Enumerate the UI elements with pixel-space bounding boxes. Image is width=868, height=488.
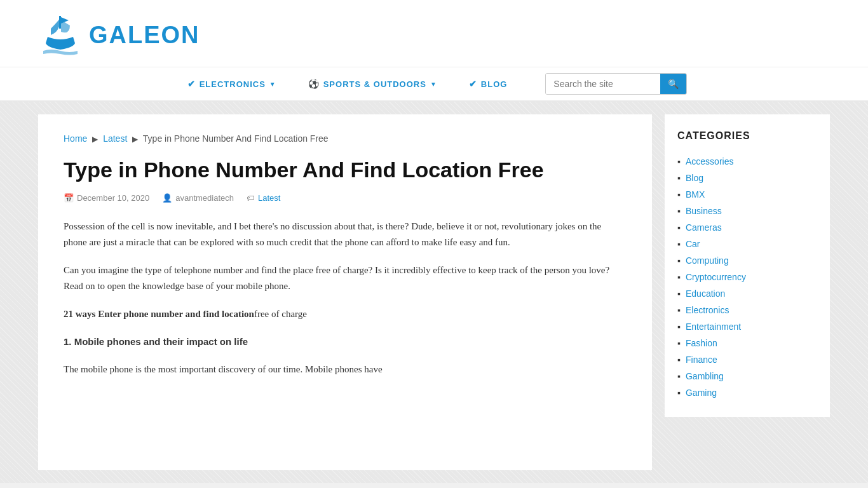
main-nav: ✔ ELECTRONICS ▼ ⚽ SPORTS & OUTDOORS ▼ ✔ … [0,67,868,102]
nav-electronics[interactable]: ✔ ELECTRONICS ▼ [181,67,283,100]
article-date: December 10, 2020 [77,193,149,203]
category-link[interactable]: BMX [686,189,705,200]
category-bullet: ▪ [677,222,681,233]
article-para-2: Can you imagine the type of telephone nu… [64,262,627,295]
category-bullet: ▪ [677,322,681,332]
search-input[interactable] [546,74,660,94]
category-item: ▪Education [677,285,817,302]
category-link[interactable]: Gaming [686,388,717,398]
sports-icon: ⚽ [308,79,320,89]
category-item: ▪Computing [677,252,817,269]
category-link[interactable]: Business [686,206,722,216]
category-bullet: ▪ [677,189,681,200]
category-bullet: ▪ [677,272,681,282]
author-icon: 👤 [162,193,172,203]
nav-blog[interactable]: ✔ BLOG [463,67,514,100]
category-link[interactable]: Fashion [686,338,717,348]
meta-category: 🏷 Latest [247,193,280,203]
categories-box: CATEGORIES ▪Accessories▪Blog▪BMX▪Busines… [665,114,830,417]
category-link[interactable]: Entertainment [686,322,741,332]
category-bullet: ▪ [677,173,681,183]
category-link[interactable]: Computing [686,255,729,266]
category-item: ▪Fashion [677,335,817,351]
article-subheading: 1. Mobile phones and their impact on lif… [64,334,627,350]
breadcrumb-sep-1: ▶ [92,135,98,144]
article-bold-line: 21 ways Enter phone number and find loca… [64,306,627,323]
sidebar: CATEGORIES ▪Accessories▪Blog▪BMX▪Busines… [665,114,830,470]
nav-inner: ✔ ELECTRONICS ▼ ⚽ SPORTS & OUTDOORS ▼ ✔ … [38,67,830,100]
tag-icon: 🏷 [247,193,255,203]
calendar-icon: 📅 [64,193,74,203]
category-item: ▪Finance [677,351,817,368]
category-bullet: ▪ [677,255,681,266]
categories-list: ▪Accessories▪Blog▪BMX▪Business▪Cameras▪C… [677,153,817,401]
logo-area[interactable]: GALEON [38,13,830,57]
search-box[interactable]: 🔍 [545,73,687,95]
category-item: ▪Cryptocurrency [677,269,817,285]
category-link[interactable]: Car [686,239,700,249]
category-bullet: ▪ [677,305,681,315]
category-link[interactable]: Cryptocurrency [686,272,746,282]
logo-icon [38,13,83,57]
article-title: Type in Phone Number And Find Location F… [64,156,627,184]
electronics-check-icon: ✔ [187,79,196,89]
blog-check-icon: ✔ [469,79,477,89]
category-link[interactable]: Accessories [686,156,733,166]
categories-title: CATEGORIES [677,130,817,142]
article-author: avantmediatech [175,193,234,203]
article-sub-para: The mobile phone is the most important d… [64,362,627,378]
category-item: ▪Car [677,236,817,252]
breadcrumb-latest[interactable]: Latest [103,133,127,144]
category-bullet: ▪ [677,355,681,365]
article-para-1: Possession of the cell is now inevitable… [64,219,627,251]
category-bullet: ▪ [677,288,681,299]
category-item: ▪Electronics [677,302,817,318]
category-bullet: ▪ [677,206,681,216]
category-item: ▪Entertainment [677,318,817,335]
article-meta: 📅 December 10, 2020 👤 avantmediatech 🏷 L… [64,193,627,203]
category-bullet: ▪ [677,338,681,348]
bold-lead: 21 ways Enter phone number and find loca… [64,309,254,319]
sports-dropdown-icon: ▼ [430,81,437,88]
category-bullet: ▪ [677,239,681,249]
nav-sports[interactable]: ⚽ SPORTS & OUTDOORS ▼ [302,67,444,100]
category-bullet: ▪ [677,156,681,166]
category-link[interactable]: Education [686,288,725,299]
category-item: ▪Gaming [677,384,817,401]
category-link[interactable]: Blog [686,173,703,183]
category-item: ▪Business [677,203,817,219]
category-link[interactable]: Electronics [686,305,729,315]
breadcrumb-home[interactable]: Home [64,133,87,144]
logo-text: GALEON [89,22,200,49]
site-header: GALEON [0,0,868,67]
category-bullet: ▪ [677,371,681,381]
category-item: ▪BMX [677,186,817,203]
sports-label: SPORTS & OUTDOORS [323,79,426,89]
category-bullet: ▪ [677,388,681,398]
bold-line-normal: free of charge [254,309,307,319]
category-link[interactable]: Gambling [686,371,724,381]
article-category[interactable]: Latest [258,193,280,203]
meta-author: 👤 avantmediatech [162,193,234,203]
category-link[interactable]: Cameras [686,222,722,233]
breadcrumb: Home ▶ Latest ▶ Type in Phone Number And… [64,133,627,144]
breadcrumb-current: Type in Phone Number And Find Location F… [143,133,329,144]
search-button[interactable]: 🔍 [660,74,686,94]
article-body: Possession of the cell is now inevitable… [64,219,627,378]
electronics-dropdown-icon: ▼ [269,81,276,88]
breadcrumb-sep-2: ▶ [132,135,138,144]
category-item: ▪Cameras [677,219,817,236]
category-item: ▪Accessories [677,153,817,170]
category-link[interactable]: Finance [686,355,717,365]
blog-label: BLOG [481,79,508,89]
category-item: ▪Blog [677,170,817,186]
page-background: Home ▶ Latest ▶ Type in Phone Number And… [0,102,868,483]
meta-date: 📅 December 10, 2020 [64,193,149,203]
main-content: Home ▶ Latest ▶ Type in Phone Number And… [38,114,652,470]
category-item: ▪Gambling [677,368,817,384]
electronics-label: ELECTRONICS [200,79,266,89]
